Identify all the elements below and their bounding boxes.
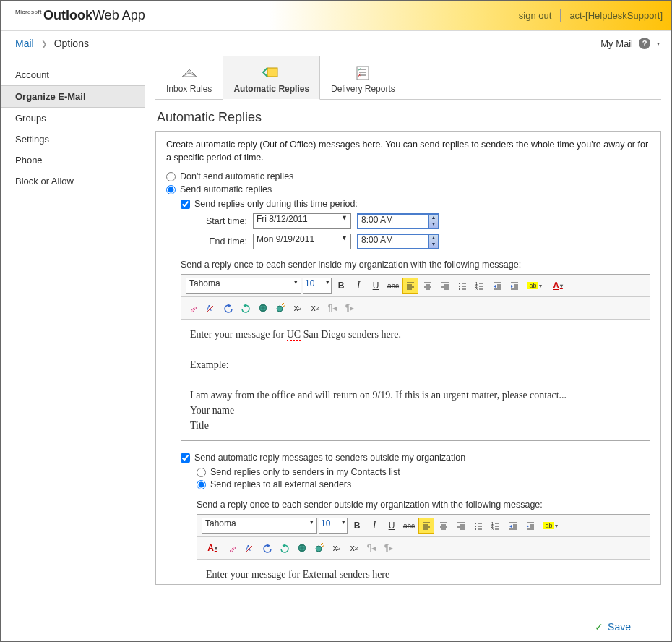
sidebar-item-block[interactable]: Block or Allow: [1, 171, 145, 192]
outdent-button[interactable]: [505, 518, 521, 534]
link-button[interactable]: [255, 300, 271, 316]
bold-button[interactable]: B: [333, 278, 349, 294]
align-center-button[interactable]: [420, 278, 436, 294]
radio-label: Send replies to all external senders: [210, 479, 351, 489]
start-time-select[interactable]: 8:00 AM: [357, 213, 429, 229]
radio-all-input[interactable]: [197, 480, 206, 489]
header-right: sign out act-[HelpdeskSupport]: [519, 9, 663, 22]
link-button[interactable]: [294, 540, 310, 556]
check-outside[interactable]: Send automatic reply messages to senders…: [181, 453, 650, 463]
italic-button[interactable]: I: [350, 278, 366, 294]
sidebar-item-phone[interactable]: Phone: [1, 150, 145, 171]
check-time-period[interactable]: Send replies only during this time perio…: [181, 199, 650, 209]
rtl-button[interactable]: ¶▸: [342, 300, 358, 316]
inbox-rules-icon: [179, 64, 199, 81]
dropdown-caret-icon[interactable]: ▾: [657, 40, 660, 47]
inside-msg-label: Send a reply once to each sender inside …: [181, 260, 650, 270]
sidebar-item-account[interactable]: Account: [1, 64, 145, 85]
italic-button[interactable]: I: [366, 518, 382, 534]
remove-format-button[interactable]: A: [242, 540, 258, 556]
bullet-list-button[interactable]: [470, 518, 486, 534]
undo-button[interactable]: [220, 300, 236, 316]
check-outside-input[interactable]: [181, 453, 190, 463]
logo: Microsoft Outlook Web App: [15, 8, 145, 23]
number-list-button[interactable]: 123: [488, 518, 504, 534]
superscript-button[interactable]: x2: [329, 540, 345, 556]
align-left-button[interactable]: [418, 518, 434, 534]
font-color-button[interactable]: A▾: [202, 540, 223, 556]
redo-button[interactable]: [238, 300, 254, 316]
bold-button[interactable]: B: [349, 518, 365, 534]
strike-button[interactable]: abc: [401, 518, 417, 534]
inside-editor-body[interactable]: Enter your message for UC San Diego send…: [181, 320, 650, 440]
underline-button[interactable]: U: [384, 518, 400, 534]
font-size-select[interactable]: 10▾: [303, 278, 332, 294]
bullet-list-button[interactable]: [455, 278, 470, 294]
sign-out-link[interactable]: sign out: [519, 10, 552, 21]
ltr-button[interactable]: ¶◂: [363, 540, 379, 556]
redo-button[interactable]: [277, 540, 293, 556]
strike-button[interactable]: abc: [385, 278, 401, 294]
unlink-button[interactable]: [272, 300, 288, 316]
font-size-select[interactable]: 10▾: [319, 518, 348, 534]
number-list-button[interactable]: 123: [472, 278, 488, 294]
ltr-button[interactable]: ¶◂: [324, 300, 340, 316]
subscript-button[interactable]: x2: [307, 300, 323, 316]
indent-button[interactable]: [507, 278, 522, 294]
start-time-spinner[interactable]: ▲▼: [429, 213, 439, 229]
clear-format-button[interactable]: [225, 540, 241, 556]
subscript-button[interactable]: x2: [346, 540, 362, 556]
start-date-select[interactable]: Fri 8/12/2011▼: [253, 213, 351, 229]
tab-inbox-rules[interactable]: Inbox Rules: [155, 56, 223, 99]
radio-send-input[interactable]: [166, 185, 176, 194]
sidebar-item-organize[interactable]: Organize E-Mail: [1, 85, 145, 108]
sidebar: Account Organize E-Mail Groups Settings …: [1, 56, 145, 612]
check-label: Send automatic reply messages to senders…: [194, 453, 465, 463]
radio-contacts-input[interactable]: [197, 468, 206, 477]
radio-all-external[interactable]: Send replies to all external senders: [197, 479, 650, 489]
clear-format-button[interactable]: [186, 300, 202, 316]
my-mail-label[interactable]: My Mail: [600, 38, 633, 49]
tab-automatic-replies[interactable]: Automatic Replies: [223, 56, 320, 100]
align-center-button[interactable]: [436, 518, 452, 534]
radio-dont-send-input[interactable]: [166, 172, 176, 181]
outside-toolbar-row2: A▾ A x2 x2 ¶◂ ¶▸: [197, 537, 650, 560]
breadcrumb-mail[interactable]: Mail: [15, 38, 34, 49]
highlight-button[interactable]: ab▾: [524, 278, 546, 294]
radio-contacts-only[interactable]: Send replies only to senders in my Conta…: [197, 467, 650, 477]
svg-rect-0: [267, 68, 277, 77]
unlink-button[interactable]: [311, 540, 327, 556]
auto-reply-icon: [262, 64, 282, 81]
highlight-button[interactable]: ab▾: [540, 518, 561, 534]
font-family-select[interactable]: Tahoma▾: [186, 278, 301, 294]
indent-button[interactable]: [522, 518, 538, 534]
sidebar-item-settings[interactable]: Settings: [1, 129, 145, 150]
help-icon[interactable]: ?: [639, 38, 650, 49]
font-color-button[interactable]: A▾: [547, 278, 569, 294]
underline-button[interactable]: U: [368, 278, 384, 294]
align-right-button[interactable]: [437, 278, 453, 294]
save-button[interactable]: ✓ Save: [595, 621, 631, 633]
svg-point-42: [277, 306, 283, 312]
end-time-spinner[interactable]: ▲▼: [429, 234, 439, 249]
font-family-select[interactable]: Tahoma▾: [202, 518, 317, 534]
svg-text:2: 2: [491, 524, 494, 528]
end-time-row: End time: Mon 9/19/2011▼ 8:00 AM ▲▼: [201, 234, 650, 249]
align-right-button[interactable]: [453, 518, 469, 534]
align-left-button[interactable]: [402, 278, 418, 294]
settings-scroll-area[interactable]: Create automatic reply (Out of Office) m…: [155, 131, 661, 585]
outside-editor-body[interactable]: Enter your message for External senders …: [197, 560, 650, 585]
tab-delivery-reports[interactable]: ✓✗ Delivery Reports: [320, 56, 406, 99]
end-date-select[interactable]: Mon 9/19/2011▼: [253, 234, 351, 249]
outdent-button[interactable]: [489, 278, 505, 294]
radio-send[interactable]: Send automatic replies: [166, 184, 650, 194]
svg-point-80: [316, 546, 322, 552]
superscript-button[interactable]: x2: [290, 300, 306, 316]
check-time-period-input[interactable]: [181, 200, 190, 209]
rtl-button[interactable]: ¶▸: [381, 540, 397, 556]
undo-button[interactable]: [259, 540, 275, 556]
sidebar-item-groups[interactable]: Groups: [1, 108, 145, 129]
end-time-select[interactable]: 8:00 AM: [357, 234, 429, 249]
remove-format-button[interactable]: A: [203, 300, 219, 316]
radio-dont-send[interactable]: Don't send automatic replies: [166, 171, 650, 181]
